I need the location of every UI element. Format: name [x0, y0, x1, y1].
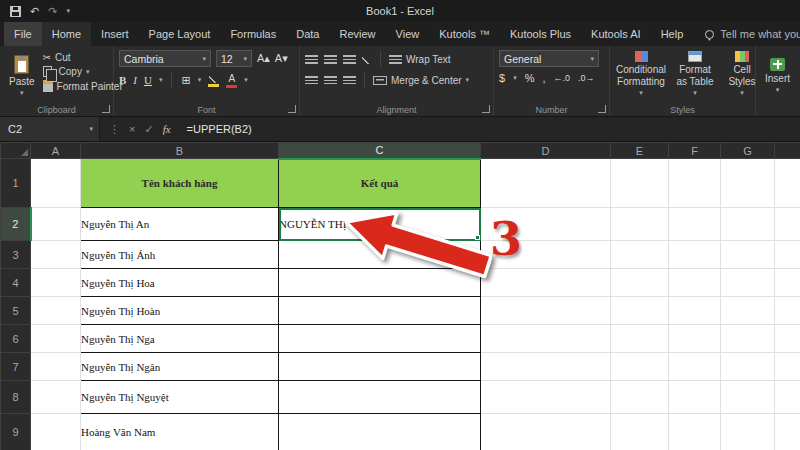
row-header-7[interactable]: 7	[1, 353, 31, 381]
cell-E3[interactable]	[611, 241, 669, 269]
cell-F2[interactable]	[669, 208, 721, 241]
cell-D4[interactable]	[481, 269, 611, 297]
align-center-icon[interactable]	[324, 76, 337, 85]
enter-icon[interactable]: ✓	[144, 123, 153, 136]
cell-C8[interactable]	[279, 381, 481, 414]
col-header-C[interactable]: C	[279, 143, 481, 159]
cell-B6[interactable]: Nguyễn Thị Nga	[81, 325, 279, 353]
insert-cells-button[interactable]: Insert ▾	[761, 49, 794, 103]
row-header-4[interactable]: 4	[1, 269, 31, 297]
insert-function-icon[interactable]: fx	[163, 123, 171, 135]
copy-button[interactable]: Copy ▾	[43, 66, 123, 77]
cell-G8[interactable]	[721, 381, 775, 414]
font-color-button[interactable]: A	[226, 73, 237, 88]
cell-E8[interactable]	[611, 381, 669, 414]
tab-home[interactable]: Home	[42, 22, 91, 46]
cell-G6[interactable]	[721, 325, 775, 353]
orientation-icon[interactable]	[362, 54, 372, 64]
tab-file[interactable]: File	[4, 22, 42, 46]
col-header-F[interactable]: F	[669, 143, 721, 159]
tell-me-box[interactable]: Tell me what you want to do	[705, 22, 800, 46]
increase-decimal-icon[interactable]: ←.0	[553, 73, 570, 83]
tab-formulas[interactable]: Formulas	[220, 22, 286, 46]
cell-A2[interactable]	[31, 208, 81, 241]
name-box-caret-icon[interactable]: ▾	[89, 125, 93, 133]
cell-F5[interactable]	[669, 297, 721, 325]
bold-button[interactable]: B	[119, 74, 126, 86]
align-right-icon[interactable]	[343, 76, 356, 85]
cell-H4[interactable]	[775, 269, 800, 297]
cell-A8[interactable]	[31, 381, 81, 414]
format-as-table-button[interactable]: Format as Table ▾	[672, 49, 718, 99]
tab-help[interactable]: Help	[651, 22, 694, 46]
cell-B5[interactable]: Nguyễn Thị Hoàn	[81, 297, 279, 325]
font-color-caret-icon[interactable]: ▾	[244, 76, 248, 84]
cell-D9[interactable]	[481, 414, 611, 450]
cell-G2[interactable]	[721, 208, 775, 241]
alignment-dialog-launcher-icon[interactable]	[482, 105, 490, 113]
number-format-select[interactable]: General ▾	[499, 50, 599, 67]
row-header-1[interactable]: 1	[1, 159, 31, 208]
cell-B7[interactable]: Nguyễn Thị Ngân	[81, 353, 279, 381]
merge-center-button[interactable]: Merge & Center ▾	[373, 75, 469, 86]
wrap-text-button[interactable]: Wrap Text	[389, 54, 451, 65]
tab-kutools-ai[interactable]: Kutools AI	[581, 22, 651, 46]
cell-B4[interactable]: Nguyễn Thị Hoa	[81, 269, 279, 297]
currency-format-icon[interactable]: $	[499, 72, 505, 84]
cell-B8[interactable]: Nguyễn Thị Nguyệt	[81, 381, 279, 414]
italic-button[interactable]: I	[133, 74, 137, 86]
cell-F9[interactable]	[669, 414, 721, 450]
cancel-icon[interactable]: ×	[129, 123, 135, 135]
grow-font-icon[interactable]: A▴	[257, 52, 270, 65]
cell-G4[interactable]	[721, 269, 775, 297]
cell-H5[interactable]	[775, 297, 800, 325]
cell-B3[interactable]: Nguyễn Thị Ánh	[81, 241, 279, 269]
cell-A4[interactable]	[31, 269, 81, 297]
cell-E1[interactable]	[611, 159, 669, 208]
col-header-B[interactable]: B	[81, 143, 279, 159]
cell-H7[interactable]	[775, 353, 800, 381]
cell-F7[interactable]	[669, 353, 721, 381]
decrease-decimal-icon[interactable]: .0→	[578, 73, 595, 83]
underline-caret-icon[interactable]: ▾	[159, 76, 163, 84]
borders-caret-icon[interactable]: ▾	[198, 76, 202, 84]
fill-color-button[interactable]	[208, 73, 219, 87]
tab-insert[interactable]: Insert	[91, 22, 139, 46]
cell-E7[interactable]	[611, 353, 669, 381]
paste-caret-icon[interactable]: ▾	[20, 89, 24, 97]
cell-A5[interactable]	[31, 297, 81, 325]
cell-A6[interactable]	[31, 325, 81, 353]
cell-A1[interactable]	[31, 159, 81, 208]
tab-data[interactable]: Data	[286, 22, 329, 46]
col-header-G[interactable]: G	[721, 143, 775, 159]
percent-style-icon[interactable]: %	[525, 72, 535, 84]
col-header-D[interactable]: D	[481, 143, 611, 159]
cell-E5[interactable]	[611, 297, 669, 325]
tab-page-layout[interactable]: Page Layout	[139, 22, 221, 46]
cell-C6[interactable]	[279, 325, 481, 353]
cell-B9[interactable]: Hoàng Văn Nam	[81, 414, 279, 450]
cell-C7[interactable]	[279, 353, 481, 381]
row-header-9[interactable]: 9	[1, 414, 31, 450]
undo-icon[interactable]: ↶	[30, 5, 39, 18]
cell-E4[interactable]	[611, 269, 669, 297]
number-dialog-launcher-icon[interactable]	[598, 105, 606, 113]
tab-review[interactable]: Review	[329, 22, 385, 46]
qat-customize-icon[interactable]: ▾	[66, 7, 70, 15]
paste-button[interactable]: Paste ▾	[5, 49, 39, 103]
comma-style-icon[interactable]: ,	[542, 72, 545, 84]
cell-C1[interactable]: Kết quả	[279, 159, 481, 208]
cell-D8[interactable]	[481, 381, 611, 414]
name-box[interactable]: C2 ▾	[0, 117, 100, 141]
conditional-formatting-button[interactable]: Conditional Formatting ▾	[615, 49, 667, 99]
cell-H3[interactable]	[775, 241, 800, 269]
font-name-select[interactable]: Cambria ▾	[119, 50, 211, 67]
cell-C5[interactable]	[279, 297, 481, 325]
row-header-2[interactable]: 2	[1, 208, 31, 241]
tab-view[interactable]: View	[386, 22, 430, 46]
align-bottom-icon[interactable]	[343, 55, 356, 64]
cell-G5[interactable]	[721, 297, 775, 325]
col-header-E[interactable]: E	[611, 143, 669, 159]
row-header-8[interactable]: 8	[1, 381, 31, 414]
cell-A7[interactable]	[31, 353, 81, 381]
